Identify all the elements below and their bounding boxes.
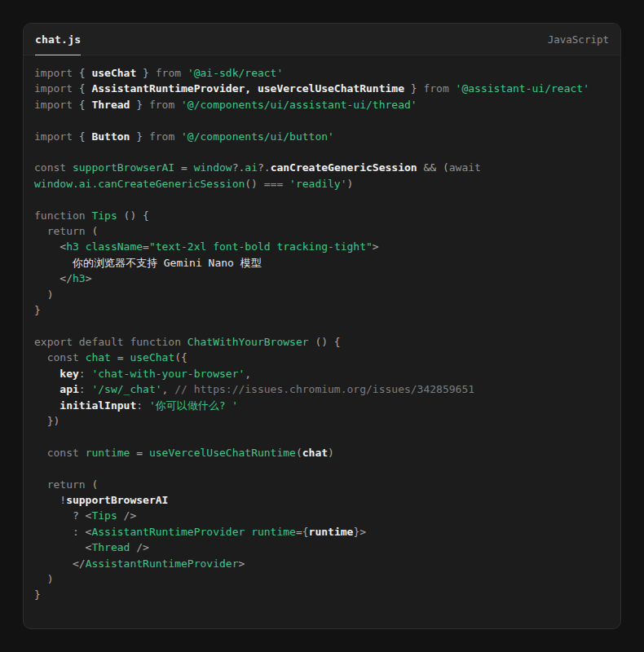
- code-token: }: [404, 82, 423, 95]
- file-tab[interactable]: chat.js: [35, 24, 81, 55]
- code-line: return (: [34, 223, 610, 239]
- code-token: {: [79, 99, 92, 111]
- code-line: ): [34, 571, 610, 587]
- code-token: :: [136, 399, 149, 412]
- code-token: :: [79, 383, 92, 395]
- code-token: await: [449, 161, 481, 174]
- code-token: Thread: [91, 541, 130, 553]
- code-token: (: [91, 478, 98, 491]
- code-token: ai: [245, 161, 258, 174]
- code-line: key: 'chat-with-your-browser',: [34, 366, 610, 381]
- code-token: />: [130, 541, 148, 553]
- language-badge: JavaScript: [548, 24, 609, 55]
- code-token: className: [86, 240, 143, 253]
- code-token: '@assistant-ui/react': [456, 82, 589, 95]
- code-token: [245, 526, 251, 538]
- code-line: ? <Tips />: [34, 508, 610, 523]
- code-token: // https://issues.chromium.org/issues/34…: [174, 383, 474, 395]
- code-token: function: [34, 209, 91, 222]
- code-token: ?.: [232, 161, 245, 174]
- code-token: () {: [117, 209, 149, 222]
- code-token: from: [149, 130, 181, 143]
- code-line: const chat = useChat({: [34, 350, 610, 365]
- code-token: <: [34, 240, 66, 253]
- code-token: ): [34, 573, 53, 585]
- code-token: useChat: [91, 67, 136, 79]
- code-token: '你可以做什么? ': [149, 399, 238, 412]
- code-token: runtime: [251, 526, 296, 538]
- code-token: export default function: [34, 336, 187, 348]
- code-token: {: [79, 130, 92, 143]
- code-content[interactable]: import { useChat } from '@ai-sdk/react'i…: [24, 55, 620, 628]
- code-token: />: [117, 509, 136, 522]
- code-token: ): [347, 178, 354, 190]
- code-token: (: [296, 447, 302, 459]
- code-token: =: [111, 351, 130, 363]
- code-token: >: [373, 240, 379, 253]
- code-line: import { AssistantRuntimeProvider, useVe…: [34, 81, 610, 96]
- code-token: [79, 240, 86, 253]
- code-token: const: [34, 161, 73, 174]
- code-token: AssistantRuntimeProvider: [91, 526, 245, 538]
- code-token: (): [245, 178, 263, 190]
- code-token: from: [423, 82, 455, 95]
- code-line: [34, 112, 610, 128]
- code-token: ): [34, 289, 53, 301]
- code-line: export default function ChatWithYourBrow…: [34, 334, 610, 350]
- code-line: initialInput: '你可以做什么? ': [34, 398, 610, 413]
- code-token: '/sw/_chat': [91, 383, 161, 395]
- code-token: api: [34, 383, 79, 395]
- code-token: 'chat-with-your-browser': [91, 368, 245, 380]
- code-token: }: [130, 130, 148, 143]
- code-token: window: [194, 161, 232, 174]
- code-line: [34, 460, 610, 476]
- code-line: const runtime = useVercelUseChatRuntime(…: [34, 445, 610, 460]
- code-token: h3: [73, 272, 86, 284]
- code-token: useVercelUseChatRuntime: [149, 447, 296, 459]
- code-token: }: [34, 588, 41, 601]
- code-token: "text-2xl font-bold tracking-tight": [149, 240, 373, 253]
- code-token: const: [34, 447, 86, 459]
- code-token: :: [79, 368, 92, 380]
- code-line: api: '/sw/_chat', // https://issues.chro…: [34, 381, 610, 397]
- file-tab-label: chat.js: [35, 33, 81, 46]
- code-line: const supportBrowserAI = window?.ai?.can…: [34, 160, 610, 175]
- code-token: from: [149, 99, 181, 111]
- code-line: [34, 319, 610, 334]
- code-token: 'readily': [289, 178, 346, 190]
- code-token: Tips: [91, 509, 117, 522]
- code-token: import: [34, 67, 79, 79]
- code-token: ===: [264, 178, 289, 190]
- code-token: h3: [66, 240, 79, 253]
- code-token: <: [34, 541, 91, 553]
- code-token: supportBrowserAI: [66, 494, 168, 506]
- code-line: [34, 429, 610, 444]
- code-line: import { useChat } from '@ai-sdk/react': [34, 65, 610, 81]
- code-token: ? <: [34, 509, 91, 522]
- code-token: }: [130, 99, 148, 111]
- code-token: </: [34, 557, 86, 570]
- code-token: AssistantRuntimeProvider, useVercelUseCh…: [91, 82, 404, 95]
- code-token: Thread: [91, 99, 130, 111]
- code-token: </: [34, 272, 73, 284]
- code-token: !: [34, 494, 66, 506]
- code-line: </AssistantRuntimeProvider>: [34, 556, 610, 571]
- code-line: 你的浏览器不支持 Gemini Nano 模型: [34, 255, 610, 271]
- code-token: () {: [309, 336, 341, 348]
- code-token: useChat: [130, 351, 174, 363]
- code-token: return: [34, 478, 91, 491]
- code-line: ): [34, 287, 610, 302]
- code-token: ChatWithYourBrowser: [187, 336, 309, 348]
- code-token: >: [238, 557, 245, 570]
- code-line: [34, 192, 610, 207]
- code-block-header: chat.js JavaScript: [24, 24, 620, 55]
- code-token: =: [130, 447, 148, 459]
- code-token: {: [79, 67, 92, 79]
- code-token: }: [136, 67, 155, 79]
- code-token: canCreateGenericSession: [271, 161, 417, 174]
- code-token: runtime: [309, 526, 354, 538]
- code-token: (: [91, 225, 98, 237]
- code-token: }>: [353, 526, 366, 538]
- code-token: : <: [34, 526, 91, 538]
- code-token: Tips: [91, 209, 117, 222]
